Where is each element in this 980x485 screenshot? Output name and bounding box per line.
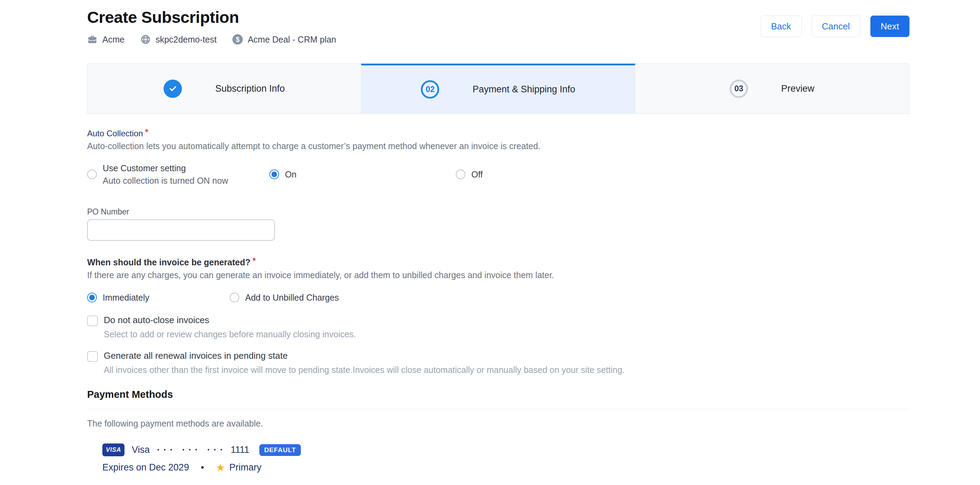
radio-label: Add to Unbilled Charges: [245, 293, 339, 303]
next-button[interactable]: Next: [870, 16, 910, 37]
invoice-generation-label-text: When should the invoice be generated?: [87, 257, 250, 267]
checkbox-icon[interactable]: [87, 351, 98, 362]
radio-label: Immediately: [103, 293, 150, 303]
radio-sublabel: Auto collection is turned ON now: [103, 176, 228, 186]
checkbox-label: Generate all renewal invoices in pending…: [104, 351, 625, 361]
check-icon: [164, 80, 182, 98]
step-label: Payment & Shipping Info: [473, 84, 575, 95]
back-button[interactable]: Back: [761, 16, 802, 37]
breadcrumb-site: skpc2demo-test: [140, 34, 216, 45]
step-subscription-info[interactable]: Subscription Info: [88, 64, 361, 113]
radio-auto-collection-off[interactable]: Off: [456, 161, 483, 188]
po-number-label: PO Number: [87, 207, 129, 217]
step-preview[interactable]: 03 Preview: [635, 64, 909, 113]
step-label: Preview: [781, 83, 815, 94]
po-number-input[interactable]: [87, 219, 275, 241]
payment-method-card[interactable]: VISA Visa · · · · · · · · · 1111 DEFAULT…: [102, 444, 301, 474]
card-expiry: Expires on Dec 2029: [102, 462, 189, 473]
star-icon: ★: [216, 461, 225, 474]
breadcrumb-site-label: skpc2demo-test: [156, 35, 216, 45]
header-actions: Back Cancel Next: [761, 16, 910, 37]
radio-label: Off: [471, 169, 483, 180]
radio-use-customer-setting[interactable]: Use Customer setting Auto collection is …: [87, 161, 228, 188]
breadcrumb: Acme skpc2demo-test $ Acme Deal - CRM pl…: [87, 34, 336, 45]
auto-collection-description: Auto-collection lets you automatically a…: [87, 141, 541, 151]
payment-methods-description: The following payment methods are availa…: [87, 419, 263, 429]
radio-add-to-unbilled-charges[interactable]: Add to Unbilled Charges: [230, 290, 339, 305]
radio-icon[interactable]: [456, 169, 465, 179]
checkbox-renewal-pending-state[interactable]: Generate all renewal invoices in pending…: [87, 351, 625, 375]
primary-label: Primary: [229, 462, 261, 473]
page-title: Create Subscription: [87, 8, 239, 27]
step-number: 02: [421, 80, 439, 99]
radio-auto-collection-on[interactable]: On: [269, 161, 296, 188]
checkbox-description: Select to add or review changes before m…: [104, 329, 356, 339]
breadcrumb-deal: $ Acme Deal - CRM plan: [232, 34, 336, 45]
checkbox-description: All invoices other than the first invoic…: [104, 365, 625, 375]
breadcrumb-deal-label: Acme Deal - CRM plan: [248, 35, 336, 45]
step-number: 03: [730, 80, 748, 98]
breadcrumb-customer-label: Acme: [102, 35, 124, 45]
visa-card-icon: VISA: [102, 444, 124, 456]
required-asterisk: *: [145, 128, 148, 136]
payment-methods-title: Payment Methods: [87, 389, 173, 400]
radio-icon[interactable]: [87, 169, 97, 179]
card-last4: 1111: [231, 445, 249, 455]
card-masked-digits: · · · · · · · · ·: [157, 445, 223, 455]
radio-icon[interactable]: [230, 293, 239, 302]
required-asterisk: *: [253, 257, 256, 265]
globe-icon: [140, 34, 151, 45]
payment-method-subrow: Expires on Dec 2029 • ★ Primary: [102, 461, 301, 474]
invoice-generation-label: When should the invoice be generated? *: [87, 257, 256, 267]
payment-method-row: VISA Visa · · · · · · · · · 1111 DEFAULT: [102, 444, 301, 456]
wizard-stepper: Subscription Info 02 Payment & Shipping …: [87, 63, 909, 114]
cancel-button[interactable]: Cancel: [811, 16, 860, 37]
radio-icon-selected[interactable]: [87, 293, 97, 302]
step-payment-shipping-info[interactable]: 02 Payment & Shipping Info: [361, 64, 635, 113]
radio-icon-selected[interactable]: [269, 169, 279, 179]
dot-separator: •: [201, 462, 204, 473]
briefcase-icon: [87, 34, 97, 45]
radio-invoice-immediately[interactable]: Immediately: [87, 290, 150, 305]
radio-label: Use Customer setting: [103, 163, 228, 173]
breadcrumb-customer: Acme: [87, 34, 124, 45]
dollar-circle-icon: $: [232, 34, 243, 45]
checkbox-label: Do not auto-close invoices: [104, 315, 356, 325]
auto-collection-label-text: Auto Collection: [87, 129, 143, 138]
step-label: Subscription Info: [215, 83, 285, 94]
invoice-generation-description: If there are any charges, you can genera…: [87, 270, 554, 280]
default-badge: DEFAULT: [259, 444, 301, 456]
radio-label: On: [285, 169, 296, 180]
auto-collection-label: Auto Collection *: [87, 129, 148, 138]
checkbox-do-not-auto-close[interactable]: Do not auto-close invoices Select to add…: [87, 315, 356, 339]
card-brand: Visa: [132, 445, 150, 455]
divider: [87, 409, 909, 409]
checkbox-icon[interactable]: [87, 316, 98, 326]
